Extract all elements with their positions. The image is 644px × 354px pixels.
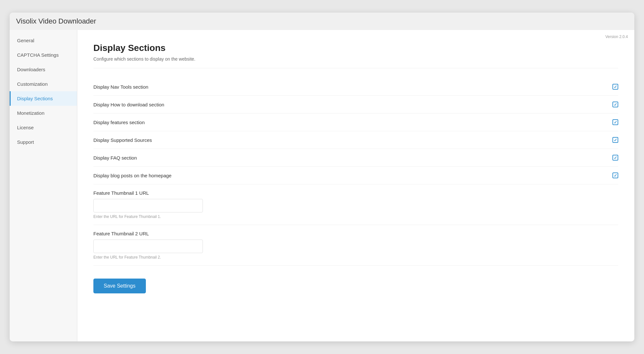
checkbox-how-to-download[interactable] (612, 102, 618, 107)
settings-row-nav-tools: Display Nav Tools section (93, 78, 618, 96)
checkbox-wrapper-how-to-download[interactable] (612, 102, 618, 107)
sidebar-item-license[interactable]: License (10, 120, 77, 135)
sidebar-item-support[interactable]: Support (10, 135, 77, 149)
checkbox-wrapper-supported-sources[interactable] (612, 137, 618, 143)
settings-label-features: Display features section (93, 120, 612, 125)
checkbox-faq[interactable] (612, 155, 618, 161)
field-hint-thumbnail2: Enter the URL for Feature Thumbnail 2. (93, 255, 618, 260)
checkbox-nav-tools[interactable] (612, 84, 618, 90)
checkbox-features[interactable] (612, 119, 618, 125)
settings-row-blog-posts: Display blog posts on the homepage (93, 167, 618, 184)
checkbox-wrapper-features[interactable] (612, 119, 618, 125)
version-badge: Version 2.0.4 (605, 34, 628, 39)
app-body: GeneralCAPTCHA SettingsDownloadersCustom… (10, 30, 634, 341)
sidebar-item-customization[interactable]: Customization (10, 77, 77, 91)
title-bar: Visolix Video Downloader (10, 13, 634, 30)
settings-row-how-to-download: Display How to download section (93, 96, 618, 113)
sidebar-item-general[interactable]: General (10, 33, 77, 48)
checkbox-supported-sources[interactable] (612, 137, 618, 143)
settings-row-supported-sources: Display Supported Sources (93, 131, 618, 149)
settings-label-how-to-download: Display How to download section (93, 102, 612, 107)
checkbox-wrapper-nav-tools[interactable] (612, 84, 618, 90)
field-label-thumbnail1: Feature Thumbnail 1 URL (93, 190, 618, 196)
settings-row-faq: Display FAQ section (93, 149, 618, 167)
checkbox-wrapper-blog-posts[interactable] (612, 172, 618, 178)
field-label-thumbnail2: Feature Thumbnail 2 URL (93, 231, 618, 236)
input-thumbnail1[interactable] (93, 199, 203, 212)
checkbox-blog-posts[interactable] (612, 172, 618, 178)
settings-label-faq: Display FAQ section (93, 155, 612, 161)
settings-label-blog-posts: Display blog posts on the homepage (93, 173, 612, 178)
field-groups: Feature Thumbnail 1 URLEnter the URL for… (93, 184, 618, 266)
input-thumbnail2[interactable] (93, 240, 203, 253)
sidebar-item-display-sections[interactable]: Display Sections (10, 91, 77, 106)
field-group-thumbnail2: Feature Thumbnail 2 URLEnter the URL for… (93, 225, 618, 266)
page-title: Display Sections (93, 43, 618, 53)
field-hint-thumbnail1: Enter the URL for Feature Thumbnail 1. (93, 214, 618, 219)
settings-rows: Display Nav Tools sectionDisplay How to … (93, 78, 618, 184)
sidebar: GeneralCAPTCHA SettingsDownloadersCustom… (10, 30, 77, 341)
checkbox-wrapper-faq[interactable] (612, 155, 618, 161)
sidebar-item-captcha-settings[interactable]: CAPTCHA Settings (10, 48, 77, 62)
field-group-thumbnail1: Feature Thumbnail 1 URLEnter the URL for… (93, 184, 618, 225)
main-content: Version 2.0.4 Display Sections Configure… (77, 30, 634, 341)
settings-row-features: Display features section (93, 113, 618, 131)
settings-label-nav-tools: Display Nav Tools section (93, 84, 612, 90)
sidebar-item-downloaders[interactable]: Downloaders (10, 62, 77, 77)
save-button[interactable]: Save Settings (93, 279, 146, 293)
app-window: Visolix Video Downloader GeneralCAPTCHA … (10, 13, 634, 341)
settings-label-supported-sources: Display Supported Sources (93, 137, 612, 143)
page-description: Configure which sections to display on t… (93, 56, 618, 68)
app-title: Visolix Video Downloader (16, 17, 96, 25)
sidebar-item-monetization[interactable]: Monetization (10, 106, 77, 120)
